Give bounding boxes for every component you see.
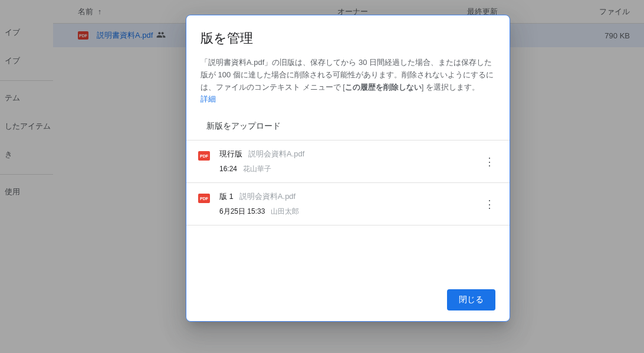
version-row: PDF 版 1 説明会資料A.pdf 6月25日 15:33 山田太郎 ⋮ <box>186 183 510 225</box>
pdf-icon: PDF <box>198 194 210 203</box>
dialog-title: 版を管理 <box>186 30 510 57</box>
more-vert-icon: ⋮ <box>484 198 495 211</box>
version-user: 山田太郎 <box>271 207 299 217</box>
manage-versions-dialog: 版を管理 「説明書資料A.pdf」の旧版は、保存してから 30 日間経過した場合… <box>186 15 510 322</box>
version-label: 現行版 <box>219 149 242 159</box>
more-vert-icon: ⋮ <box>484 155 495 168</box>
version-user: 花山華子 <box>243 164 271 174</box>
desc-post: ] を選択します。 <box>422 83 479 91</box>
version-filename: 説明会資料A.pdf <box>239 191 295 202</box>
more-options-button[interactable]: ⋮ <box>480 152 499 171</box>
pdf-icon: PDF <box>198 151 210 161</box>
close-button[interactable]: 閉じる <box>447 289 495 310</box>
version-time: 16:24 <box>219 165 237 173</box>
version-info: 現行版 説明会資料A.pdf 16:24 花山華子 <box>219 149 480 174</box>
more-options-button[interactable]: ⋮ <box>480 195 499 214</box>
version-row-current: PDF 現行版 説明会資料A.pdf 16:24 花山華子 ⋮ <box>186 140 510 183</box>
version-filename: 説明会資料A.pdf <box>248 149 304 159</box>
version-time: 6月25日 15:33 <box>219 207 265 217</box>
details-link[interactable]: 詳細 <box>201 94 216 103</box>
version-info: 版 1 説明会資料A.pdf 6月25日 15:33 山田太郎 <box>219 191 480 217</box>
upload-new-version-button[interactable]: 新版をアップロード <box>186 113 510 140</box>
dialog-description: 「説明書資料A.pdf」の旧版は、保存してから 30 日間経過した場合、または保… <box>186 57 510 106</box>
desc-bold: この履歴を削除しない <box>345 83 422 91</box>
dialog-footer: 閉じる <box>186 280 510 321</box>
version-label: 版 1 <box>219 191 234 202</box>
